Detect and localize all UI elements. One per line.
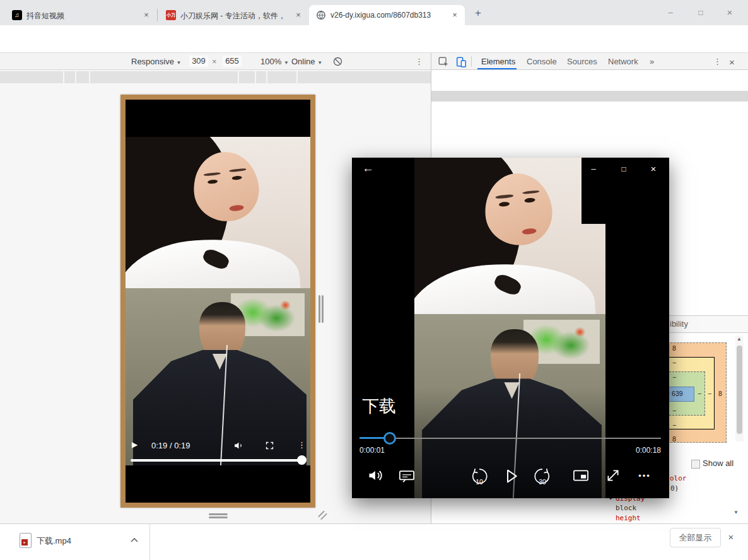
border-top-value[interactable]: − bbox=[672, 359, 676, 366]
media-file-icon: ▸ bbox=[20, 533, 32, 548]
zoom-select[interactable]: 100% ▼ bbox=[260, 57, 289, 66]
page-banner-segment bbox=[0, 71, 63, 83]
tab-sources[interactable]: Sources bbox=[567, 57, 597, 66]
tab-close-icon[interactable]: × bbox=[141, 10, 151, 20]
padding-bottom-value[interactable]: − bbox=[672, 407, 676, 414]
chevron-down-icon: ▼ bbox=[284, 60, 289, 66]
shelf-close-icon[interactable]: × bbox=[725, 532, 737, 543]
margin-right-value[interactable]: 8 bbox=[718, 390, 722, 397]
total-time-label: 0:00:18 bbox=[636, 446, 661, 455]
viewport-resize-handle-right[interactable] bbox=[318, 295, 320, 323]
window-minimize-button[interactable]: – bbox=[660, 6, 681, 20]
player-minimize-button[interactable]: – bbox=[585, 162, 602, 176]
woman-brow bbox=[496, 194, 513, 199]
margin-top-value[interactable]: 8 bbox=[672, 344, 676, 352]
forward-30-icon[interactable]: 30 bbox=[533, 467, 552, 486]
block-icon[interactable] bbox=[333, 57, 342, 66]
browser-window: ♫ 抖音短视频 × 小刀 小刀娱乐网 - 专注活动，软件， × v26-dy.i… bbox=[0, 0, 748, 560]
seek-bar-progress bbox=[359, 437, 385, 439]
tab-close-icon[interactable]: × bbox=[293, 10, 303, 20]
computed-value-block: block bbox=[616, 504, 636, 512]
viewport-height-input[interactable]: 655 bbox=[223, 55, 242, 67]
forward-seconds-label: 30 bbox=[533, 478, 552, 486]
viewport-resize-handle-bottom[interactable] bbox=[209, 516, 228, 518]
throttling-select[interactable]: Online ▼ bbox=[291, 57, 322, 66]
rewind-seconds-label: 10 bbox=[470, 478, 489, 486]
woman-brow bbox=[522, 190, 540, 194]
border-bottom-value[interactable]: − bbox=[672, 421, 676, 429]
window-maximize-button[interactable]: □ bbox=[691, 6, 711, 20]
viewport-resize-handle-bottom[interactable] bbox=[209, 513, 228, 515]
elapsed-time-label: 0:00:01 bbox=[359, 446, 385, 455]
device-type-select[interactable]: Responsive ▼ bbox=[131, 57, 181, 66]
padding-right-value[interactable]: − bbox=[698, 390, 701, 397]
captions-icon[interactable] bbox=[398, 467, 417, 486]
page-banner-segment bbox=[90, 71, 238, 83]
margin-bottom-value[interactable]: 8 bbox=[672, 435, 676, 443]
page-banner-segment bbox=[239, 71, 255, 83]
padding-top-value[interactable]: − bbox=[672, 373, 676, 381]
window-close-button[interactable]: × bbox=[720, 6, 740, 20]
download-filename[interactable]: 下载.mp4 bbox=[37, 535, 71, 547]
viewport-width-input[interactable]: 309 bbox=[189, 55, 208, 67]
page-banner bbox=[0, 71, 431, 83]
page-banner-segment bbox=[76, 71, 89, 83]
globe-icon bbox=[316, 10, 326, 20]
tab-close-icon[interactable]: × bbox=[450, 10, 460, 20]
border-right-value[interactable]: − bbox=[708, 390, 711, 397]
tab-active-ixigua[interactable]: v26-dy.ixigua.com/8607db313 × bbox=[309, 5, 465, 25]
tab-title: 小刀娱乐网 - 专注活动，软件， bbox=[180, 11, 289, 21]
fullscreen-expand-icon[interactable] bbox=[604, 467, 623, 486]
scrollbar-thumb[interactable] bbox=[737, 346, 742, 434]
scroll-up-icon[interactable]: ▲ bbox=[737, 336, 742, 342]
show-all-label[interactable]: Show all bbox=[703, 458, 733, 468]
tab-strip: ♫ 抖音短视频 × 小刀 小刀娱乐网 - 专注活动，软件， × v26-dy.i… bbox=[0, 0, 748, 25]
devtools-close-icon[interactable]: × bbox=[729, 57, 735, 67]
chevron-up-icon[interactable] bbox=[129, 535, 139, 545]
computed-property-height[interactable]: height bbox=[616, 514, 641, 522]
player-maximize-button[interactable]: □ bbox=[616, 162, 632, 176]
rewind-10-icon[interactable]: 10 bbox=[470, 467, 489, 486]
seek-bar-track[interactable] bbox=[359, 438, 661, 439]
inspect-element-icon[interactable] bbox=[438, 56, 449, 67]
douyin-icon: ♫ bbox=[12, 10, 22, 20]
tab-xiaodao[interactable]: 小刀 小刀娱乐网 - 专注活动，软件， × bbox=[159, 5, 308, 25]
page-banner-segment bbox=[64, 71, 75, 83]
devtools-menu-icon[interactable]: ⋮ bbox=[713, 57, 722, 66]
video-woman-scene bbox=[414, 158, 605, 314]
page-banner-segment bbox=[298, 71, 431, 83]
viewport-resize-handle-right[interactable] bbox=[322, 295, 324, 323]
computed-property-fragment: olor bbox=[670, 474, 687, 482]
back-icon[interactable]: ← bbox=[362, 161, 374, 175]
computed-value-fragment: 0) bbox=[670, 484, 679, 493]
tab-douyin[interactable]: ♫ 抖音短视频 × bbox=[5, 5, 156, 25]
titlebar-button-backdrop bbox=[581, 181, 605, 224]
mini-player-icon[interactable] bbox=[572, 467, 591, 486]
show-all-downloads-button[interactable]: 全部显示 bbox=[670, 528, 721, 547]
woman-eye bbox=[524, 197, 535, 203]
new-tab-button[interactable]: + bbox=[472, 7, 484, 20]
tab-elements[interactable]: Elements bbox=[481, 57, 515, 66]
woman-lips bbox=[522, 228, 537, 235]
device-toolbar-menu-icon[interactable]: ⋮ bbox=[415, 57, 423, 66]
play-badge-icon: ▸ bbox=[21, 539, 28, 545]
tab-console[interactable]: Console bbox=[527, 57, 557, 66]
shelf-divider bbox=[149, 523, 150, 560]
media-title: 下载 bbox=[362, 395, 396, 417]
dimension-times-label: × bbox=[212, 57, 217, 66]
player-close-button[interactable]: × bbox=[645, 162, 662, 176]
chevron-down-icon: ▼ bbox=[177, 60, 182, 66]
volume-icon[interactable] bbox=[367, 467, 386, 486]
play-icon[interactable] bbox=[501, 467, 520, 486]
xiaodao-icon: 小刀 bbox=[166, 10, 176, 20]
sidebar-tab-accessibility[interactable]: ibility bbox=[670, 319, 688, 329]
show-all-checkbox[interactable] bbox=[691, 460, 700, 469]
tab-separator bbox=[157, 9, 158, 21]
tab-network[interactable]: Network bbox=[608, 57, 638, 66]
more-options-icon[interactable]: ••• bbox=[635, 467, 654, 486]
more-tabs-icon[interactable]: » bbox=[650, 57, 654, 66]
devtools-margin-highlight bbox=[120, 95, 315, 508]
scroll-down-icon[interactable]: ▼ bbox=[733, 510, 739, 515]
device-toolbar-toggle-icon[interactable] bbox=[455, 56, 467, 67]
seek-bar-thumb[interactable] bbox=[383, 432, 396, 445]
